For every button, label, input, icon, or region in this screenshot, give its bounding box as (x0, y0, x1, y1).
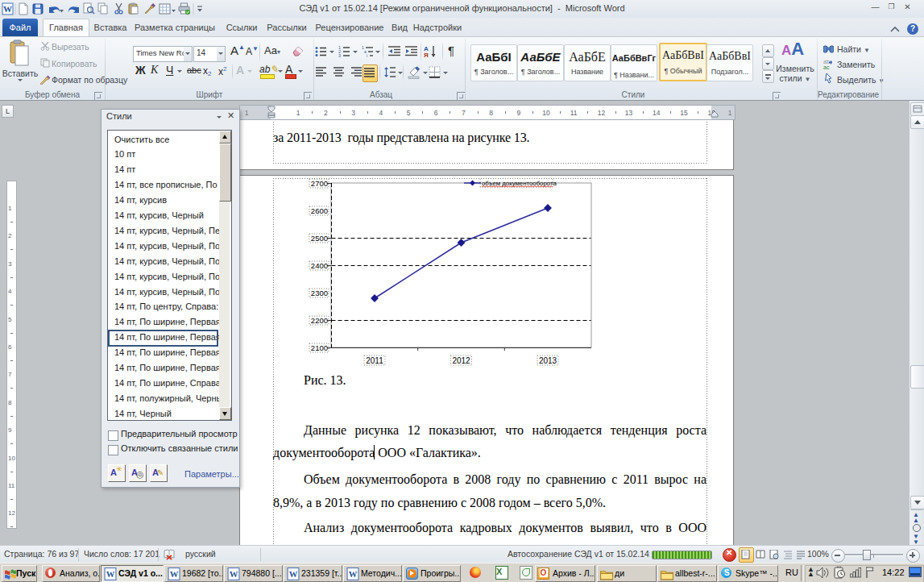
svg-text:W: W (289, 570, 298, 579)
svg-text:W: W (106, 570, 115, 579)
svg-text:2500: 2500 (311, 234, 328, 243)
svg-text:2012: 2012 (452, 356, 470, 365)
svg-text:i: i (367, 53, 367, 57)
svg-text:Я: Я (424, 52, 429, 58)
svg-text:W: W (170, 570, 179, 579)
svg-text:2400: 2400 (311, 261, 328, 270)
svg-text:W: W (3, 4, 12, 14)
svg-text:ab: ab (823, 59, 830, 64)
svg-text:W: W (230, 570, 238, 579)
svg-text:2700: 2700 (311, 179, 328, 188)
svg-text:2200: 2200 (311, 316, 328, 325)
svg-text:2600: 2600 (311, 206, 328, 215)
svg-text:2300: 2300 (311, 289, 328, 297)
svg-text:3: 3 (338, 53, 341, 57)
svg-text:W: W (349, 570, 358, 579)
svg-text:2011: 2011 (366, 356, 383, 365)
svg-text:ac: ac (823, 64, 830, 69)
svg-text:2013: 2013 (539, 356, 557, 365)
svg-text:2100: 2100 (311, 343, 328, 352)
